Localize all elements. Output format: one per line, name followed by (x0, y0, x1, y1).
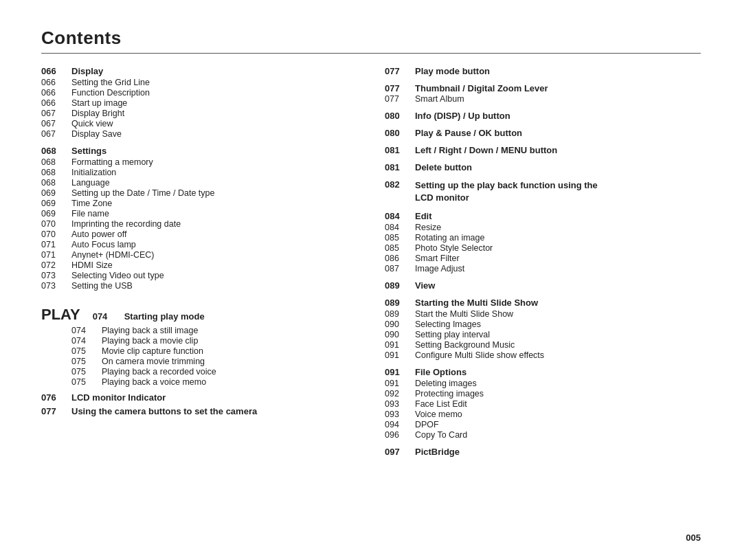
list-item: 066Setting the Grid Line (41, 78, 357, 87)
list-item: 075Movie clip capture function (71, 346, 357, 356)
list-item: 091Setting Background Music (385, 340, 701, 350)
list-item: 081 Left / Right / Down / MENU button (385, 145, 701, 155)
section-settings-header: 068 Settings (41, 146, 357, 156)
list-item: 073Selecting Video out type (41, 271, 357, 280)
list-item: 080 Info (DISP) / Up button (385, 111, 701, 121)
list-item: 084Resize (385, 223, 701, 232)
play-num: 074 (93, 311, 112, 322)
section-info-up: 080 Info (DISP) / Up button (385, 111, 701, 121)
file-options-header: 091 File Options (385, 367, 701, 377)
list-item: 074Playing back a still image (71, 326, 357, 335)
list-item: 069File name (41, 209, 357, 219)
list-item: 074Playing back a movie clip (71, 336, 357, 346)
play-section: PLAY 074 Starting play mode 074Playing b… (41, 306, 357, 416)
list-item: 092Protecting images (385, 389, 701, 399)
section-view: 089 View (385, 280, 701, 291)
settings-title: Settings (71, 146, 106, 156)
list-item: 076 LCD monitor Indicator (41, 392, 357, 403)
section-edit: 084 Edit 084Resize 085Rotating an image … (385, 211, 701, 273)
section-settings: 068 Settings 068Formatting a memory 068I… (41, 146, 357, 291)
section-thumbnail-lever: 077 Thumbnail / Digital Zoom Lever 077Sm… (385, 83, 701, 104)
list-item: 071Anynet+ (HDMI-CEC) (41, 250, 357, 260)
section-left-right-down-menu: 081 Left / Right / Down / MENU button (385, 145, 701, 155)
list-item: 066Start up image (41, 98, 357, 108)
play-title: Starting play mode (124, 311, 205, 322)
page-title: Contents (41, 27, 701, 49)
list-item: 096Copy To Card (385, 430, 701, 440)
list-item: 080 Play & Pause / OK button (385, 128, 701, 138)
list-item: 085Rotating an image (385, 233, 701, 243)
section-play-mode-button: 077 Play mode button (385, 66, 701, 76)
play-entries: 074Playing back a still image 074Playing… (71, 326, 357, 387)
page-footer: 005 (686, 533, 701, 543)
section-pictbridge: 097 PictBridge (385, 447, 701, 457)
right-column: 077 Play mode button 077 Thumbnail / Dig… (385, 66, 701, 464)
play-after-entries: 076 LCD monitor Indicator 077 Using the … (41, 392, 357, 416)
settings-num: 068 (41, 146, 60, 156)
list-item: 067Quick view (41, 119, 357, 128)
play-label: PLAY (41, 306, 80, 324)
list-item: 093Face List Edit (385, 399, 701, 409)
list-item: 091Configure Multi Slide show effects (385, 350, 701, 360)
list-item: 075Playing back a recorded voice (71, 367, 357, 377)
edit-header: 084 Edit (385, 211, 701, 221)
list-item: 077Smart Album (385, 94, 701, 104)
section-delete-button: 081 Delete button (385, 162, 701, 172)
list-item: 068Initialization (41, 168, 357, 177)
list-item: 068Formatting a memory (41, 157, 357, 167)
list-item: 077 Play mode button (385, 66, 701, 76)
list-item: 097 PictBridge (385, 447, 701, 457)
display-title: Display (71, 66, 103, 76)
list-item: 075On camera movie trimming (71, 357, 357, 366)
section-display: 066 Display 066Setting the Grid Line 066… (41, 66, 357, 139)
list-item: 069Time Zone (41, 199, 357, 208)
section-display-header: 066 Display (41, 66, 357, 76)
list-item: 087Image Adjust (385, 264, 701, 273)
multi-slide-header: 089 Starting the Multi Slide Show (385, 298, 701, 308)
list-item: 091Deleting images (385, 379, 701, 388)
list-item: 067Display Save (41, 129, 357, 139)
section-play-pause-ok: 080 Play & Pause / OK button (385, 128, 701, 138)
playback-lcd-header: 082 Setting up the play back function us… (385, 179, 701, 204)
list-item: 081 Delete button (385, 162, 701, 172)
list-item: 070Auto power off (41, 229, 357, 239)
list-item: 085Photo Style Selector (385, 243, 701, 253)
list-item: 068Language (41, 178, 357, 188)
list-item: 094DPOF (385, 420, 701, 429)
display-num: 066 (41, 66, 60, 76)
list-item: 086Smart Filter (385, 254, 701, 263)
section-playback-lcd: 082 Setting up the play back function us… (385, 179, 701, 204)
section-multi-slide-show: 089 Starting the Multi Slide Show 089Sta… (385, 298, 701, 360)
list-item: 089 View (385, 280, 701, 291)
list-item: 075Playing back a voice memo (71, 377, 357, 387)
page: Contents 066 Display 066Setting the Grid… (0, 0, 742, 560)
list-item: 072HDMI Size (41, 260, 357, 270)
list-item: 090Selecting Images (385, 320, 701, 329)
list-item: 077 Thumbnail / Digital Zoom Lever (385, 83, 701, 93)
list-item: 077 Using the camera buttons to set the … (41, 406, 357, 416)
list-item: 073Setting the USB (41, 281, 357, 291)
list-item: 066Function Description (41, 88, 357, 98)
list-item: 067Display Bright (41, 109, 357, 118)
section-file-options: 091 File Options 091Deleting images 092P… (385, 367, 701, 440)
list-item: 071Auto Focus lamp (41, 240, 357, 249)
left-column: 066 Display 066Setting the Grid Line 066… (41, 66, 357, 464)
list-item: 089Start the Multi Slide Show (385, 309, 701, 319)
list-item: 069Setting up the Date / Time / Date typ… (41, 188, 357, 198)
title-divider (41, 53, 701, 54)
list-item: 093Voice memo (385, 410, 701, 419)
list-item: 070Imprinting the recording date (41, 219, 357, 229)
list-item: 090Setting play interval (385, 330, 701, 339)
content-columns: 066 Display 066Setting the Grid Line 066… (41, 66, 701, 464)
